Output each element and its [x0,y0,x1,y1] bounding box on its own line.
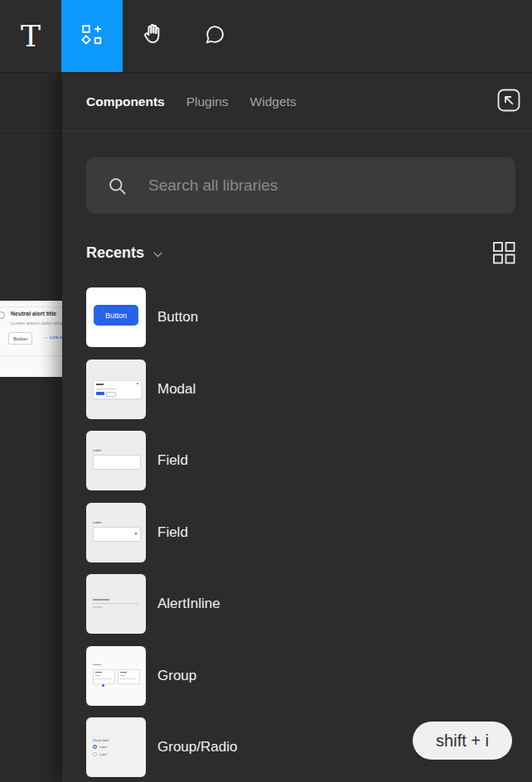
components-panel: Components Plugins Widgets Rec [62,73,532,782]
list-item-label: Button [157,309,198,326]
group-radio-thumbnail: Group label Label Label [86,717,146,777]
list-item-field-select[interactable]: Label Field [86,503,237,562]
alert-link[interactable]: → Link text [43,335,62,340]
list-item-label: Field [157,452,188,469]
list-item-group-radio[interactable]: Group label Label Label Group/Radio [86,717,237,777]
list-item-label: Modal [157,381,196,398]
list-item-modal[interactable]: Modal [86,360,237,419]
radio-unselected-icon [93,752,97,756]
canvas[interactable]: Neutral alert title Lorem ipsum dolor si… [0,73,62,782]
comment-icon [203,23,226,50]
list-item-label: Group/Radio [157,739,237,755]
list-item-label: Group [157,668,196,684]
grid-view-toggle[interactable] [492,241,515,264]
info-icon [0,311,5,319]
list-item-alertinline[interactable]: AlertInline [86,574,237,634]
recents-section-row: Recents [86,239,515,266]
alertinline-thumbnail [86,574,146,634]
search-input[interactable] [147,176,502,196]
tab-components[interactable]: Components [86,94,165,109]
group-thumbnail [86,646,146,706]
chevron-down-icon[interactable] [152,247,163,262]
button-thumbnail: Button [86,287,146,347]
panel-tabs: Components Plugins Widgets [86,94,297,109]
mini-modal [93,380,142,399]
alert-button[interactable]: Button [8,332,32,345]
hand-tool-button[interactable] [123,0,184,72]
canvas-section-divider [0,130,62,131]
panel-header: Components Plugins Widgets [62,73,532,132]
alert-title: Neutral alert title [11,311,56,316]
field-select-thumbnail: Label [86,503,146,562]
pop-out-button[interactable] [496,89,522,115]
tab-widgets[interactable]: Widgets [250,94,297,109]
alert-bottom-border [0,355,62,356]
mini-button: Button [94,305,138,326]
list-item-button[interactable]: Button Button [86,287,237,347]
modal-thumbnail [86,360,146,419]
comment-tool-button[interactable] [184,0,245,72]
mini-select [93,527,141,542]
grid-icon [492,241,515,264]
keyboard-shortcut-badge: shift + i [413,722,512,760]
text-tool-button[interactable]: T [0,0,61,72]
list-item-label: AlertInline [157,596,220,612]
arrow-up-left-icon [496,88,521,116]
radio-selected-icon [93,745,97,749]
list-item-label: Field [157,524,188,541]
search-bar [86,157,515,214]
tab-plugins[interactable]: Plugins [186,94,229,109]
alert-top-border [0,307,62,307]
field-thumbnail: Label [86,431,146,490]
components-list: Button Button Modal Label Field [86,287,237,777]
recents-title[interactable]: Recents [86,244,144,262]
canvas-alert-component[interactable]: Neutral alert title Lorem ipsum dolor si… [0,301,62,377]
toolbar: T [0,0,532,73]
search-icon [106,175,128,197]
hand-icon [141,22,166,51]
list-item-group[interactable]: Group [86,646,237,706]
components-tool-button[interactable] [61,0,123,72]
figma-app: Neutral alert title Lorem ipsum dolor si… [0,0,532,782]
alert-body-text: Lorem ipsum dolor sit amet consect [11,321,62,326]
components-icon [80,23,104,50]
text-tool-icon: T [21,22,41,51]
mini-input [93,455,141,470]
list-item-field[interactable]: Label Field [86,431,237,490]
